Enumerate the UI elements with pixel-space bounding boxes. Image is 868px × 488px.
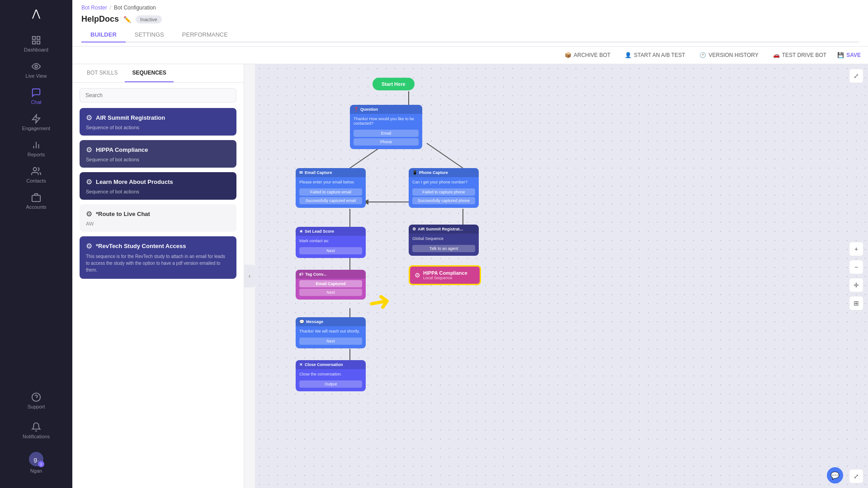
email-label: Email Capture bbox=[305, 170, 332, 175]
right-tools: + − ✛ ⊞ bbox=[849, 242, 863, 310]
save-label: SAVE bbox=[846, 52, 861, 58]
canvas-area[interactable]: Start Here ❓ Question Thanks! How would … bbox=[255, 64, 868, 488]
email-btn2[interactable]: Successfully captured email bbox=[299, 197, 362, 204]
fit-view-button[interactable]: ⤢ bbox=[849, 469, 863, 483]
sidebar-item-liveview-label: Live View bbox=[26, 73, 47, 79]
node-phone-capture[interactable]: 📱 Phone Capture Can I get your phone num… bbox=[409, 168, 479, 208]
message-btn[interactable]: Next bbox=[299, 338, 362, 345]
user-profile[interactable]: g. 2 Ngan bbox=[0, 447, 72, 478]
sidebar-item-engagement[interactable]: Engagement bbox=[0, 109, 72, 136]
node-email-capture[interactable]: ✉ Email Capture Please enter your email … bbox=[296, 168, 366, 208]
edit-icon[interactable]: ✏️ bbox=[123, 16, 131, 23]
tag-label: Tag Conv... bbox=[305, 272, 326, 277]
sequence-learn-more[interactable]: ⚙ Learn More About Products Sequence of … bbox=[80, 172, 236, 200]
svg-rect-0 bbox=[33, 37, 35, 39]
save-button[interactable]: 💾 SAVE bbox=[837, 52, 861, 58]
tag-captured[interactable]: Email Captured bbox=[299, 280, 362, 287]
phone-btn1[interactable]: Failed to capture phone bbox=[412, 188, 475, 196]
svg-point-9 bbox=[33, 168, 37, 171]
hippa-icon: ⚙ bbox=[415, 272, 420, 279]
node-hippa[interactable]: ⚙ HIPPA Compliance Local Sequence bbox=[409, 265, 481, 285]
sequence-revtech[interactable]: ⚙ *RevTech Study Content Access This seq… bbox=[80, 236, 236, 279]
sidebar-item-contacts[interactable]: Contacts bbox=[0, 162, 72, 188]
node-question[interactable]: ❓ Question Thanks! How would you like to… bbox=[350, 105, 422, 149]
question-label: Question bbox=[360, 107, 378, 112]
archive-bot-button[interactable]: 📦 ARCHIVE BOT bbox=[561, 50, 614, 60]
topbar: Bot Roster / Bot Configuration HelpDocs … bbox=[72, 0, 868, 47]
message-body: Thanks! We will reach out shortly. bbox=[296, 326, 366, 336]
tab-builder[interactable]: BUILDER bbox=[81, 28, 126, 42]
tab-performance[interactable]: PERFORMANCE bbox=[173, 28, 237, 42]
ab-test-label: START AN A/B TEST bbox=[634, 52, 685, 58]
question-btn-phone[interactable]: Phone bbox=[354, 138, 419, 145]
tab-settings[interactable]: SETTINGS bbox=[126, 28, 173, 42]
version-icon: 🕐 bbox=[699, 52, 706, 58]
tabs-row: BUILDER SETTINGS PERFORMANCE bbox=[81, 28, 859, 42]
sidebar-item-notifications[interactable]: Notifications bbox=[0, 418, 72, 444]
close-header: ✕ Close Conversation bbox=[296, 360, 366, 369]
sidebar-item-live-view[interactable]: Live View bbox=[0, 57, 72, 83]
seq-header: ⚙ HIPPA Compliance bbox=[86, 145, 230, 154]
sidebar-item-reports-label: Reports bbox=[28, 152, 45, 157]
sidebar-item-support-label: Support bbox=[28, 404, 45, 409]
zoom-out-button[interactable]: − bbox=[849, 260, 863, 274]
node-close[interactable]: ✕ Close Conversation Close the conversat… bbox=[296, 360, 366, 391]
sequence-air-summit[interactable]: ⚙ AIR Summit Registration Sequence of bo… bbox=[80, 108, 236, 136]
sidebar-item-dashboard[interactable]: Dashboard bbox=[0, 31, 72, 57]
archive-icon: 📦 bbox=[565, 52, 571, 58]
phone-icon: 📱 bbox=[412, 170, 417, 175]
collapse-panel-button[interactable]: ‹ bbox=[244, 265, 255, 287]
set-lead-label: Set Lead Score bbox=[305, 229, 334, 234]
set-lead-btn[interactable]: Next bbox=[299, 247, 362, 254]
breadcrumb-bot-roster[interactable]: Bot Roster bbox=[81, 5, 107, 11]
sidebar-item-support[interactable]: Support bbox=[0, 388, 72, 414]
fullscreen-button[interactable]: ⤢ bbox=[849, 69, 863, 83]
tag-btn[interactable]: Next bbox=[299, 289, 362, 296]
grid-button[interactable]: ⊞ bbox=[849, 296, 863, 310]
notification-badge: 2 bbox=[38, 461, 44, 467]
chat-bubble-button[interactable]: 💬 bbox=[827, 467, 843, 483]
yellow-arrow: ➜ bbox=[365, 284, 393, 319]
sequences-list: ⚙ AIR Summit Registration Sequence of bo… bbox=[72, 108, 244, 488]
sequence-hippa[interactable]: ⚙ HIPPA Compliance Sequence of bot actio… bbox=[80, 140, 236, 168]
close-icon: ✕ bbox=[299, 362, 303, 367]
tab-sequences[interactable]: SEQUENCES bbox=[125, 64, 173, 82]
zoom-in-button[interactable]: + bbox=[849, 242, 863, 256]
sidebar-item-chat-label: Chat bbox=[31, 99, 41, 105]
tab-bot-skills[interactable]: BOT SKILLS bbox=[80, 64, 125, 82]
close-btn[interactable]: Output bbox=[299, 380, 362, 388]
sidebar-item-chat[interactable]: Chat bbox=[0, 83, 72, 109]
svg-point-4 bbox=[35, 65, 38, 68]
svg-rect-3 bbox=[37, 41, 40, 44]
sidebar-item-dashboard-label: Dashboard bbox=[24, 47, 48, 52]
seq-title: HIPPA Compliance bbox=[96, 146, 148, 153]
node-set-lead[interactable]: ★ Set Lead Score Mark contact as: Next bbox=[296, 227, 366, 258]
test-drive-button[interactable]: 🚗 TEST DRIVE BOT bbox=[769, 50, 830, 60]
ab-test-button[interactable]: 👤 START AN A/B TEST bbox=[621, 50, 689, 60]
sidebar-item-reports[interactable]: Reports bbox=[0, 136, 72, 162]
node-tag[interactable]: 🏷 Tag Conv... Email Captured Next bbox=[296, 270, 366, 300]
close-label: Close Conversation bbox=[305, 362, 343, 367]
status-badge: Inactive bbox=[136, 15, 162, 23]
search-input[interactable] bbox=[80, 88, 236, 103]
air-seq-btn[interactable]: Talk to an agent bbox=[412, 245, 475, 252]
sequence-route-live[interactable]: ⚙ *Route to Live Chat AW bbox=[80, 204, 236, 232]
air-seq-label: AIR Summit Registrat... bbox=[418, 227, 463, 231]
sidebar-item-accounts[interactable]: Accounts bbox=[0, 188, 72, 214]
node-start[interactable]: Start Here bbox=[373, 78, 415, 90]
message-label: Message bbox=[306, 319, 323, 324]
svg-rect-2 bbox=[33, 41, 35, 44]
node-message[interactable]: 💬 Message Thanks! We will reach out shor… bbox=[296, 317, 366, 348]
email-btn1[interactable]: Failed to capture email bbox=[299, 188, 362, 196]
version-history-button[interactable]: 🕐 VERSION HISTORY bbox=[696, 50, 762, 60]
test-drive-label: TEST DRIVE BOT bbox=[782, 52, 826, 58]
seq-title: *Route to Live Chat bbox=[96, 211, 150, 217]
phone-btn2[interactable]: Successfully captured phone bbox=[412, 197, 475, 204]
logo[interactable]: ⋀ bbox=[28, 5, 44, 22]
crosshair-button[interactable]: ✛ bbox=[849, 278, 863, 292]
seq-header: ⚙ AIR Summit Registration bbox=[86, 113, 230, 122]
bot-title: HelpDocs bbox=[81, 14, 119, 24]
set-lead-body: Mark contact as: bbox=[296, 236, 366, 246]
question-btn-email[interactable]: Email bbox=[354, 130, 419, 137]
node-air-summit-seq[interactable]: ⚙ AIR Summit Registrat... Global Sequenc… bbox=[409, 225, 479, 256]
